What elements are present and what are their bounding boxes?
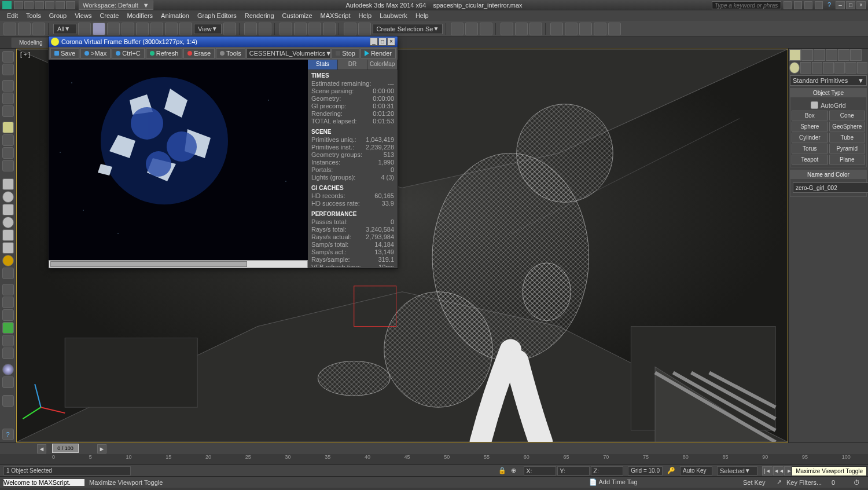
scale-icon[interactable] [179, 23, 192, 35]
refcoord-dropdown[interactable]: View ▼ [194, 24, 222, 34]
menu-customize[interactable]: Customize [279, 11, 316, 20]
strip-sun-icon[interactable] [2, 255, 14, 266]
window-crossing-icon[interactable] [122, 23, 134, 35]
hierarchy-tab-icon[interactable] [814, 49, 825, 61]
goto-start-icon[interactable]: |◄ [762, 466, 773, 476]
render-iterate-icon[interactable] [594, 23, 606, 35]
selection-filter[interactable]: All ▼ [53, 24, 76, 34]
menu-rendering[interactable]: Rendering [241, 11, 278, 20]
vfb-tab-colormap[interactable]: ColorMap [367, 60, 398, 70]
spinner-snap-icon[interactable] [323, 23, 336, 35]
rollup-object-type[interactable]: Object Type [790, 89, 866, 97]
coord-icon[interactable]: ⊕ [511, 467, 519, 474]
primitive-cone[interactable]: Cone [829, 111, 866, 120]
maxscript-listener[interactable]: Welcome to MAXScript. [3, 479, 84, 486]
vfb-tab-stats[interactable]: Stats [308, 60, 338, 70]
tab-modeling[interactable]: Modeling [12, 38, 50, 47]
autogrid-checkbox[interactable] [811, 101, 818, 109]
utilities-tab-icon[interactable] [850, 49, 862, 61]
vfb-title-bar[interactable]: Corona Virtual Frame Buffer (3000x1277px… [49, 36, 398, 47]
strip-cone-icon[interactable] [2, 242, 14, 254]
time-prev-button[interactable]: ◄ [37, 444, 46, 454]
snap-icon[interactable] [279, 23, 292, 35]
cameras-icon[interactable] [823, 62, 833, 74]
time-ruler[interactable]: 0510152025303540455055606570758085909510… [0, 454, 868, 465]
motion-tab-icon[interactable] [826, 49, 837, 61]
menu-group[interactable]: Group [46, 11, 71, 20]
strip-btn-22[interactable] [2, 335, 14, 346]
lights-icon[interactable] [812, 62, 822, 74]
strip-btn-20[interactable] [2, 309, 14, 321]
time-next-button[interactable]: ► [97, 444, 106, 454]
category-dropdown[interactable]: Standard Primitives▼ [790, 75, 867, 86]
select-rect-icon[interactable] [107, 23, 120, 35]
vfb-minimize-button[interactable]: _ [370, 38, 378, 46]
qat-open-icon[interactable] [24, 1, 34, 9]
strip-btn-9[interactable] [2, 160, 14, 171]
primitive-sphere[interactable]: Sphere [792, 122, 828, 131]
qat-save-icon[interactable] [35, 1, 44, 9]
qat-redo-icon[interactable] [56, 1, 65, 9]
strip-dummy-icon[interactable] [2, 268, 14, 279]
vfb-copy-button[interactable]: Ctrl+C [112, 48, 144, 58]
render-setup-icon[interactable] [550, 23, 563, 35]
percent-snap-icon[interactable] [308, 23, 321, 35]
coord-x[interactable]: X: [524, 466, 556, 476]
vfb-close-button[interactable]: × [387, 38, 395, 46]
menu-modifiers[interactable]: Modifiers [123, 11, 156, 20]
helpers-icon[interactable] [834, 62, 845, 74]
time-config-icon[interactable]: ⏱ [854, 479, 860, 486]
create-tab-icon[interactable] [789, 49, 801, 61]
close-button[interactable]: × [856, 1, 866, 9]
vfb-tools-button[interactable]: Tools [216, 48, 245, 58]
help-icon[interactable]: ? [825, 1, 833, 9]
strip-btn-25[interactable] [2, 376, 14, 388]
menu-create[interactable]: Create [96, 11, 122, 20]
select-object-icon[interactable] [136, 23, 149, 35]
vfb-save-button[interactable]: Save [50, 48, 79, 58]
bind-icon[interactable] [32, 23, 45, 35]
vfb-stop-button[interactable]: Stop [332, 48, 359, 58]
time-slider[interactable]: ◄ 0 / 100 ► [0, 443, 868, 454]
align-icon[interactable] [451, 23, 464, 35]
menu-help2[interactable]: Help [412, 11, 432, 20]
strip-btn-23[interactable] [2, 348, 14, 359]
exchange-icon[interactable] [804, 1, 812, 9]
geometry-icon[interactable] [789, 62, 800, 74]
modify-tab-icon[interactable] [801, 49, 813, 61]
primitive-tube[interactable]: Tube [829, 133, 866, 142]
autokey-button[interactable]: Auto Key [680, 466, 712, 476]
render-production-icon[interactable] [579, 23, 592, 35]
workspace-selector[interactable]: Workspace: Default▼ [79, 1, 153, 10]
named-selection-icon[interactable] [344, 23, 356, 35]
primitive-torus[interactable]: Torus [792, 144, 828, 153]
app-logo-icon[interactable] [2, 1, 12, 9]
strip-plant-icon[interactable] [2, 322, 14, 334]
favorites-icon[interactable] [815, 1, 823, 9]
menu-help[interactable]: Help [355, 11, 376, 20]
menu-tools[interactable]: Tools [23, 11, 45, 20]
object-name-field[interactable] [793, 182, 868, 193]
rollup-name-color[interactable]: Name and Color [790, 170, 866, 179]
qat-project-icon[interactable] [66, 1, 75, 9]
angle-snap-icon[interactable] [294, 23, 307, 35]
keymode-icon[interactable]: ↗ [777, 478, 782, 486]
primitive-box[interactable]: Box [792, 111, 828, 120]
maximize-button[interactable]: □ [846, 1, 855, 9]
strip-btn-4[interactable] [2, 93, 14, 104]
signin-icon[interactable] [794, 1, 802, 9]
primitive-cylinder[interactable]: Cylinder [792, 133, 828, 142]
vfb-element-dropdown[interactable]: CESSENTIAL_Volumetrics▼ [247, 48, 331, 58]
vfb-maximize-button[interactable]: □ [378, 38, 387, 46]
infocenter-icon[interactable] [784, 1, 792, 9]
menu-edit[interactable]: Edit [3, 11, 21, 20]
key-filters-button[interactable]: Key Filters... [786, 479, 827, 486]
graphite-icon[interactable] [480, 23, 492, 35]
menu-grapheditors[interactable]: Graph Editors [194, 11, 240, 20]
keyboard-shortcut-icon[interactable] [259, 23, 271, 35]
vfb-tab-dr[interactable]: DR [338, 60, 368, 70]
pivot-icon[interactable] [223, 23, 236, 35]
scrollbar-thumb[interactable] [50, 261, 247, 267]
strip-btn-5[interactable] [2, 105, 14, 117]
mirror-icon[interactable] [358, 23, 371, 35]
